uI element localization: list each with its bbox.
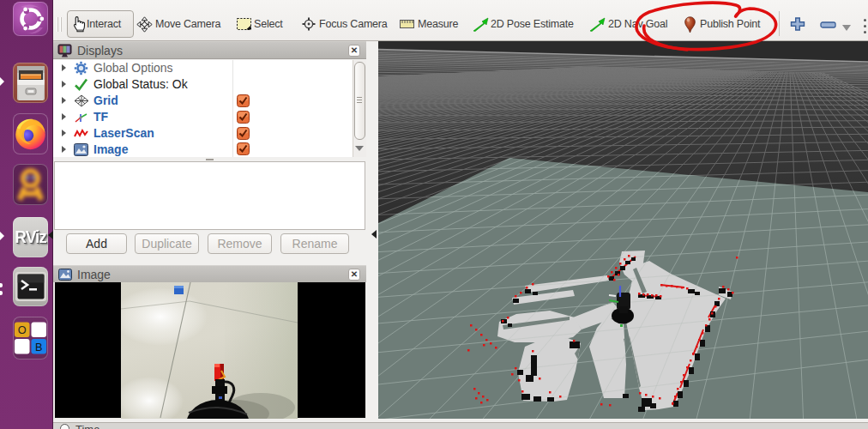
svg-text:B: B xyxy=(35,341,42,353)
svg-text:O: O xyxy=(18,324,27,336)
